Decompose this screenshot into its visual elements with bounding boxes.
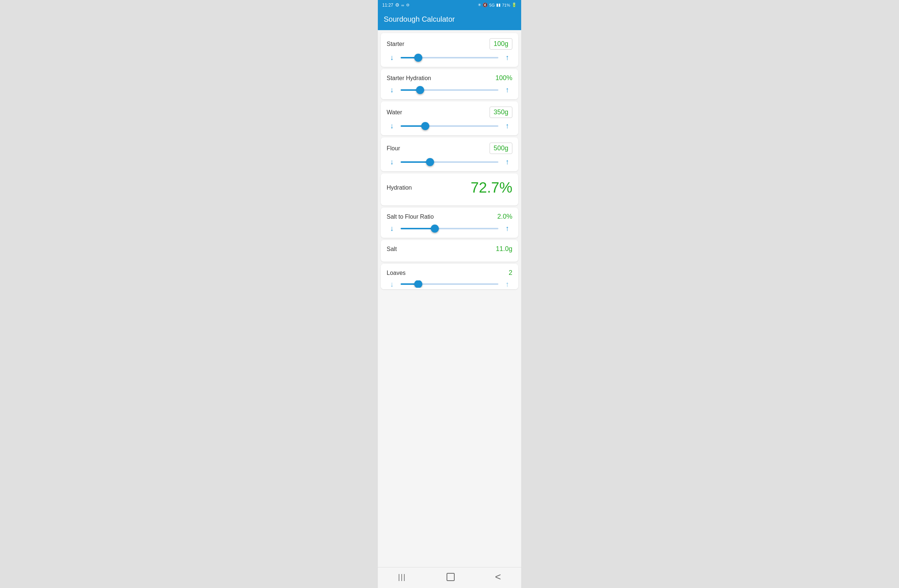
home-icon: [446, 573, 455, 581]
flour-increase-button[interactable]: [502, 157, 512, 166]
bluetooth-icon: ✳: [478, 3, 481, 7]
salt-row: Salt 11.0g: [387, 245, 512, 253]
mute-icon: 🔇: [483, 3, 488, 7]
loaves-slider-row: [387, 280, 512, 288]
starter-hydration-value: 100%: [496, 74, 512, 82]
time: 11:27: [382, 3, 393, 8]
starter-decrease-button[interactable]: [387, 53, 397, 62]
main-content: Starter 100g Starter Hydration 100%: [378, 30, 521, 567]
signal-bars-icon: ▮▮: [496, 3, 500, 7]
salt-ratio-slider-fill: [401, 228, 435, 229]
starter-slider-row: [387, 53, 512, 62]
home-button[interactable]: [446, 573, 455, 581]
hydration-value: 72.7%: [471, 179, 512, 196]
salt-ratio-slider-thumb[interactable]: [431, 225, 439, 233]
hydration-card: Hydration 72.7%: [381, 173, 518, 205]
salt-ratio-label: Salt to Flour Ratio: [387, 213, 434, 220]
starter-row: Starter 100g: [387, 38, 512, 49]
salt-ratio-decrease-button[interactable]: [387, 224, 397, 233]
starter-hydration-slider-thumb[interactable]: [416, 86, 424, 94]
starter-value: 100g: [490, 38, 512, 49]
salt-ratio-slider-row: [387, 224, 512, 233]
status-right: ✳ 🔇 5G ▮▮ 71% 🔋: [478, 3, 517, 7]
loaves-slider-track[interactable]: [401, 280, 498, 288]
salt-ratio-card: Salt to Flour Ratio 2.0%: [381, 208, 518, 238]
water-slider-thumb[interactable]: [421, 122, 429, 130]
loaves-decrease-button[interactable]: [387, 280, 397, 288]
starter-label: Starter: [387, 41, 404, 48]
battery-label: 71%: [502, 3, 510, 7]
water-row: Water 350g: [387, 106, 512, 118]
water-card: Water 350g: [381, 102, 518, 135]
back-icon: <: [495, 571, 501, 583]
flour-card: Flour 500g: [381, 137, 518, 171]
starter-card: Starter 100g: [381, 33, 518, 67]
flour-slider-row: [387, 157, 512, 166]
loaves-increase-button[interactable]: [502, 280, 512, 288]
salt-ratio-row: Salt to Flour Ratio 2.0%: [387, 213, 512, 221]
flour-value: 500g: [490, 143, 512, 154]
starter-increase-button[interactable]: [502, 53, 512, 62]
gear-icon: ⚙: [395, 2, 400, 8]
battery-icon: 🔋: [511, 3, 517, 7]
salt-card: Salt 11.0g: [381, 240, 518, 262]
circle-icon: ⊖: [406, 3, 409, 7]
app-title: Sourdough Calculator: [384, 15, 455, 23]
flour-decrease-button[interactable]: [387, 157, 397, 166]
back-button[interactable]: <: [495, 571, 501, 583]
starter-hydration-row: Starter Hydration 100%: [387, 74, 512, 82]
hydration-label: Hydration: [387, 185, 412, 191]
water-increase-button[interactable]: [502, 122, 512, 130]
status-left: 11:27 ⚙ ∞ ⊖: [382, 2, 409, 8]
phone-frame: 11:27 ⚙ ∞ ⊖ ✳ 🔇 5G ▮▮ 71% 🔋 Sourdough Ca…: [378, 0, 521, 588]
starter-slider-track[interactable]: [401, 54, 498, 62]
menu-button[interactable]: |||: [398, 573, 406, 581]
loaves-row: Loaves 2: [387, 269, 512, 277]
starter-slider-thumb[interactable]: [414, 54, 422, 62]
flour-slider-thumb[interactable]: [426, 158, 434, 166]
loaves-value: 2: [509, 269, 512, 277]
water-decrease-button[interactable]: [387, 122, 397, 130]
starter-hydration-card: Starter Hydration 100%: [381, 69, 518, 99]
status-bar: 11:27 ⚙ ∞ ⊖ ✳ 🔇 5G ▮▮ 71% 🔋: [378, 0, 521, 10]
flour-row: Flour 500g: [387, 143, 512, 154]
network-label: 5G: [489, 3, 495, 7]
salt-label: Salt: [387, 246, 397, 253]
menu-icon: |||: [398, 573, 406, 581]
app-header: Sourdough Calculator: [378, 10, 521, 30]
flour-label: Flour: [387, 145, 400, 152]
salt-ratio-slider-track[interactable]: [401, 225, 498, 232]
starter-hydration-slider-row: [387, 86, 512, 94]
water-slider-row: [387, 122, 512, 130]
starter-hydration-slider-track[interactable]: [401, 86, 498, 94]
water-value: 350g: [490, 106, 512, 118]
salt-ratio-increase-button[interactable]: [502, 224, 512, 233]
hydration-row: Hydration 72.7%: [387, 179, 512, 196]
starter-hydration-decrease-button[interactable]: [387, 86, 397, 94]
loaves-label: Loaves: [387, 270, 406, 276]
starter-hydration-increase-button[interactable]: [502, 86, 512, 94]
salt-ratio-value: 2.0%: [497, 213, 512, 221]
nav-bar: ||| <: [378, 567, 521, 588]
water-label: Water: [387, 109, 402, 116]
water-slider-track[interactable]: [401, 122, 498, 130]
signal-icon: ∞: [402, 3, 404, 7]
salt-value: 11.0g: [496, 245, 512, 253]
starter-hydration-label: Starter Hydration: [387, 75, 431, 82]
loaves-card: Loaves 2: [381, 264, 518, 289]
flour-slider-track[interactable]: [401, 158, 498, 166]
loaves-slider-thumb[interactable]: [414, 280, 422, 288]
